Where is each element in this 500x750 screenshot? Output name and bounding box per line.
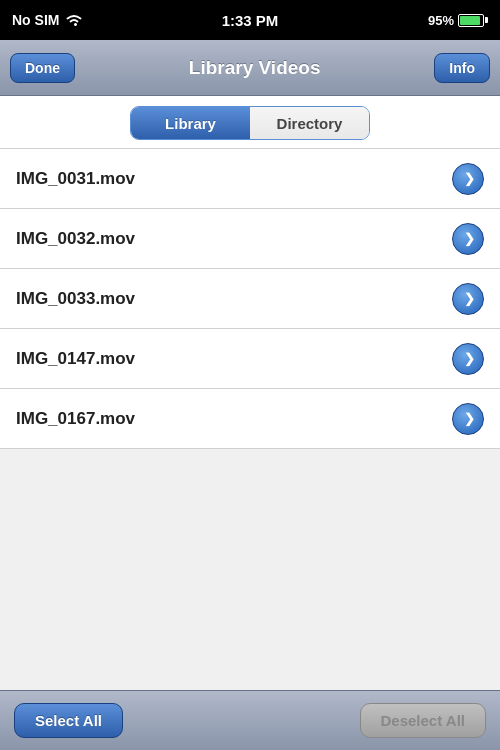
- chevron-icon[interactable]: [452, 403, 484, 435]
- status-time: 1:33 PM: [222, 12, 279, 29]
- deselect-all-button[interactable]: Deselect All: [360, 703, 487, 738]
- list-item[interactable]: IMG_0033.mov: [0, 269, 500, 329]
- list-item[interactable]: IMG_0032.mov: [0, 209, 500, 269]
- file-name: IMG_0033.mov: [16, 289, 135, 309]
- wifi-icon: [65, 13, 83, 27]
- list-item[interactable]: IMG_0167.mov: [0, 389, 500, 449]
- file-name: IMG_0147.mov: [16, 349, 135, 369]
- chevron-icon[interactable]: [452, 343, 484, 375]
- info-button[interactable]: Info: [434, 53, 490, 83]
- battery-pct-text: 95%: [428, 13, 454, 28]
- file-name: IMG_0032.mov: [16, 229, 135, 249]
- bottom-toolbar: Select All Deselect All: [0, 690, 500, 750]
- list-item[interactable]: IMG_0147.mov: [0, 329, 500, 389]
- file-name: IMG_0167.mov: [16, 409, 135, 429]
- done-button[interactable]: Done: [10, 53, 75, 83]
- segment-library[interactable]: Library: [131, 107, 250, 139]
- chevron-icon[interactable]: [452, 163, 484, 195]
- carrier-text: No SIM: [12, 12, 59, 28]
- battery-icon: [458, 14, 488, 27]
- select-all-button[interactable]: Select All: [14, 703, 123, 738]
- list-item[interactable]: IMG_0031.mov: [0, 149, 500, 209]
- chevron-icon[interactable]: [452, 223, 484, 255]
- segmented-control: Library Directory: [0, 96, 500, 149]
- nav-bar: Done Library Videos Info: [0, 40, 500, 96]
- segment-wrapper: Library Directory: [130, 106, 370, 140]
- content-area: Library Directory IMG_0031.movIMG_0032.m…: [0, 96, 500, 690]
- segment-directory[interactable]: Directory: [250, 107, 369, 139]
- chevron-icon[interactable]: [452, 283, 484, 315]
- status-bar: No SIM 1:33 PM 95%: [0, 0, 500, 40]
- status-battery-area: 95%: [428, 13, 488, 28]
- page-title: Library Videos: [189, 57, 321, 79]
- status-carrier: No SIM: [12, 12, 83, 28]
- file-name: IMG_0031.mov: [16, 169, 135, 189]
- file-list: IMG_0031.movIMG_0032.movIMG_0033.movIMG_…: [0, 149, 500, 449]
